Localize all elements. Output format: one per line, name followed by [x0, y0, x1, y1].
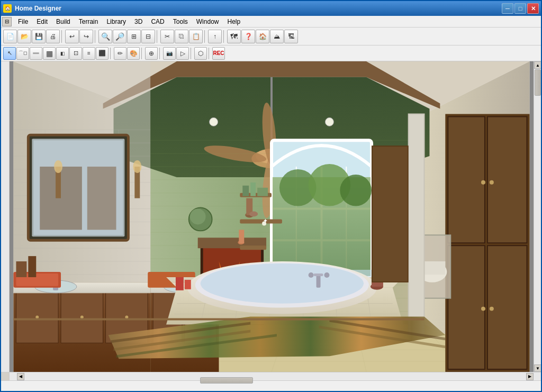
save-button[interactable]: 💾 — [32, 30, 46, 43]
draw-tool-button[interactable]: ✏ — [114, 47, 127, 60]
toolbar-row2: ↖ ⌒◻ ══ ▦ ◧ ⊡ ≡ ⬛ ✏ 🎨 ⊕ 📷 ▷ ⬡ REC — [1, 45, 541, 61]
title-bar: 🏠 Home Designer ─ □ ✕ — [1, 1, 541, 16]
ruler-corner — [1, 372, 10, 381]
paste-button[interactable]: 📋 — [189, 30, 203, 43]
toolbar-row1: 📄 📂 💾 🖨 ↩ ↪ 🔍 🔎 ⊞ ⊟ ✂ ⿻ 📋 ↑ 🗺 ❓ 🏠 ⛰ 🏗 — [1, 28, 541, 45]
svg-rect-153 — [487, 245, 527, 369]
menu-terrain[interactable]: Terrain — [75, 17, 103, 26]
canvas-area[interactable]: ✦ — [10, 61, 534, 372]
scroll-left-button[interactable]: ◀ — [17, 373, 24, 380]
build-btn[interactable]: 🏗 — [284, 30, 298, 43]
redo-button[interactable]: ↪ — [79, 30, 93, 43]
svg-point-71 — [133, 160, 141, 173]
toolbar-sep3 — [157, 30, 159, 43]
app-icon: 🏠 — [3, 4, 12, 13]
main-area: ✦ — [1, 61, 541, 372]
svg-point-154 — [481, 180, 485, 185]
svg-rect-144 — [176, 277, 184, 290]
symbol-tool-button[interactable]: ⊕ — [145, 47, 158, 60]
copy-button[interactable]: ⿻ — [175, 30, 188, 43]
zoom-extent-button[interactable]: ⊟ — [141, 30, 155, 43]
new-button[interactable]: 📄 — [3, 30, 17, 43]
svg-rect-87 — [28, 256, 36, 277]
help-button[interactable]: ❓ — [241, 30, 255, 43]
menu-library[interactable]: Library — [102, 17, 130, 26]
door-tool-button[interactable]: ◧ — [56, 47, 69, 60]
svg-point-141 — [324, 272, 329, 278]
toolbar2-sep3 — [159, 48, 161, 59]
arrow-button[interactable]: ↑ — [208, 30, 222, 43]
toolbar-sep1 — [61, 30, 64, 43]
cabinet-tool-button[interactable]: ⬛ — [96, 47, 109, 60]
title-bar-controls: ─ □ ✕ — [502, 3, 539, 14]
close-button[interactable]: ✕ — [527, 3, 539, 14]
walk-tool-button[interactable]: ▷ — [176, 47, 189, 60]
svg-point-73 — [54, 160, 62, 173]
svg-rect-113 — [240, 245, 266, 250]
zoom-in-button[interactable]: 🔍 — [98, 30, 112, 43]
open-button[interactable]: 📂 — [17, 30, 31, 43]
menu-bar: ⊟ File Edit Build Terrain Library 3D CAD… — [1, 16, 541, 28]
window-tool-button[interactable]: ⊡ — [69, 47, 82, 60]
record-button[interactable]: REC — [212, 47, 225, 60]
terrain-tool-button[interactable]: ⬡ — [194, 47, 207, 60]
svg-text:✦: ✦ — [263, 218, 268, 224]
stair-tool-button[interactable]: ≡ — [83, 47, 95, 60]
svg-point-140 — [309, 272, 314, 278]
maximize-button[interactable]: □ — [514, 3, 526, 14]
menu-build[interactable]: Build — [52, 17, 75, 26]
print-button[interactable]: 🖨 — [46, 30, 60, 43]
svg-rect-151 — [487, 116, 527, 243]
svg-point-170 — [210, 117, 218, 126]
scroll-right-button[interactable]: ▶ — [526, 373, 534, 380]
svg-point-109 — [340, 175, 372, 206]
svg-point-156 — [481, 307, 485, 311]
scroll-up-button[interactable]: ▲ — [534, 61, 541, 69]
room-render: ✦ — [10, 61, 534, 372]
ruler-left — [1, 61, 10, 372]
menu-tools[interactable]: Tools — [169, 17, 192, 26]
cut-button[interactable]: ✂ — [160, 30, 174, 43]
window-frame: 🏠 Home Designer ─ □ ✕ ⊟ File Edit Build … — [0, 0, 542, 392]
menu-file[interactable]: File — [14, 17, 32, 26]
terrain-btn[interactable]: ⛰ — [270, 30, 284, 43]
menu-window[interactable]: Window — [192, 17, 223, 26]
menu-edit[interactable]: Edit — [32, 17, 52, 26]
svg-rect-69 — [87, 167, 116, 230]
svg-point-171 — [325, 117, 333, 126]
select-tool-button[interactable]: ↖ — [3, 47, 16, 60]
toolbar2-sep1 — [110, 48, 112, 59]
svg-rect-150 — [448, 116, 485, 243]
menu-help[interactable]: Help — [223, 17, 245, 26]
window-title: Home Designer — [15, 5, 61, 12]
zoom-fit-button[interactable]: ⊞ — [127, 30, 141, 43]
toolbar2-sep5 — [209, 48, 211, 59]
scrollbar-track-right[interactable] — [534, 69, 541, 364]
svg-rect-139 — [314, 274, 323, 276]
toolbar2-sep4 — [191, 48, 193, 59]
scrollbar-thumb-right[interactable] — [535, 69, 541, 96]
svg-rect-116 — [257, 188, 268, 196]
toolbar-sep2 — [95, 30, 97, 43]
menu-3d[interactable]: 3D — [130, 17, 147, 26]
wall-tool-button[interactable]: ══ — [30, 47, 42, 60]
scrollbar-right[interactable]: ▲ ▼ — [534, 61, 541, 372]
svg-rect-86 — [16, 261, 26, 277]
camera-tool-button[interactable]: 📷 — [163, 47, 176, 60]
menu-cad[interactable]: CAD — [147, 17, 168, 26]
room-tool-button[interactable]: ▦ — [43, 47, 56, 60]
system-menu-icon[interactable]: ⊟ — [2, 17, 12, 26]
scroll-down-button[interactable]: ▼ — [534, 364, 541, 372]
minimize-button[interactable]: ─ — [502, 3, 513, 14]
home-btn[interactable]: 🏠 — [256, 30, 269, 43]
zoom-out-button[interactable]: 🔎 — [113, 30, 127, 43]
svg-rect-152 — [448, 245, 485, 369]
svg-point-148 — [190, 209, 206, 225]
scrollbar-thumb-bottom[interactable] — [200, 377, 253, 384]
svg-point-155 — [490, 180, 494, 185]
svg-rect-173 — [373, 147, 408, 281]
paint-tool-button[interactable]: 🎨 — [127, 47, 140, 60]
undo-button[interactable]: ↩ — [65, 30, 79, 43]
layout-button[interactable]: 🗺 — [227, 30, 241, 43]
polyline-tool-button[interactable]: ⌒◻ — [16, 47, 29, 60]
